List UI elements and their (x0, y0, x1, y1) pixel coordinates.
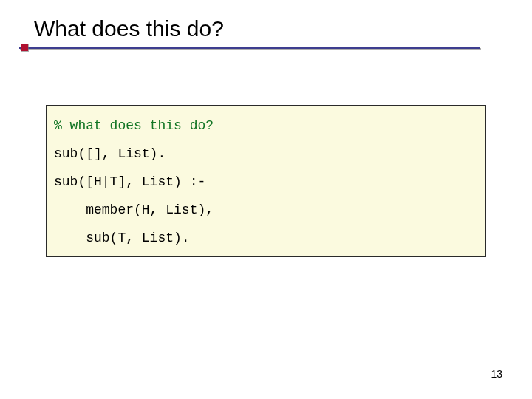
title-area: What does this do? (19, 16, 502, 53)
title-accent-box (21, 44, 28, 51)
slide-title: What does this do? (19, 16, 502, 41)
code-line-1: sub([], List). (54, 140, 478, 168)
title-underline (19, 47, 480, 49)
code-block: % what does this do? sub([], List). sub(… (46, 105, 486, 257)
code-line-4: sub(T, List). (54, 224, 478, 252)
code-comment: % what does this do? (54, 112, 478, 140)
code-line-3: member(H, List), (54, 196, 478, 224)
slide: What does this do? % what does this do? … (0, 0, 532, 399)
page-number: 13 (491, 368, 502, 380)
code-line-2: sub([H|T], List) :- (54, 168, 478, 196)
title-rule (19, 46, 502, 53)
